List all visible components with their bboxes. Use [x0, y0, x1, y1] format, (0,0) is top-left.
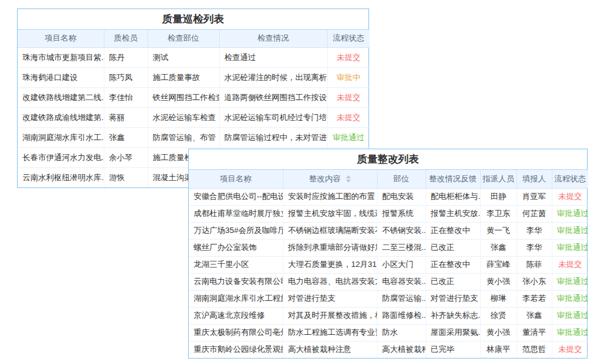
assignee-name: 黄一飞	[480, 222, 517, 239]
status-badge: 未提交	[552, 256, 588, 273]
reporter-name: 肖亚军	[517, 188, 552, 205]
table-row: 安徽合肥供电公司--配电设备... 安装时应按施工图的布置，将... 配电安装 …	[189, 188, 588, 205]
rect-col-reporter: 填报人	[517, 170, 552, 188]
rect-part: 小区大门	[377, 256, 426, 273]
rect-content: 对管进行垫支	[283, 290, 377, 307]
table-row: 湖南洞庭湖水库引水工... 张鑫 防腐管运输、布管 防腐管运输过程中，未对管进行…	[18, 127, 370, 147]
status-badge: 审批通过	[552, 239, 588, 256]
inspection-col-part: 检查部位	[148, 30, 219, 47]
status-badge: 未提交	[552, 341, 588, 358]
table-row: 改建铁路线增建第二线... 李佳怡 铁丝网围挡工作检查 道路两侧铁丝网围挡工作按…	[18, 87, 370, 107]
rect-feedback: 已完毕	[426, 341, 480, 358]
check-part: 测试	[148, 47, 219, 67]
status-badge: 审批通过	[327, 127, 370, 147]
assignee-name: 柳琳	[480, 290, 517, 307]
sort-icon[interactable]	[346, 175, 351, 183]
reporter-name: 李若若	[517, 290, 552, 307]
table-row: 龙湖三千里小区 大理石质量更换，12月31日之... 小区大门 正在整改中 薛宝…	[189, 256, 588, 273]
check-part: 铁丝网围挡工作检查	[148, 87, 219, 107]
status-badge: 审批通过	[552, 307, 588, 324]
inspection-table-title: 质量巡检列表	[18, 9, 368, 30]
rect-content: 电力电容器、电抗器安装方案...	[283, 273, 377, 290]
inspection-table-header: 项目名称 质检员 检查部位 检查情况 流程状态	[18, 30, 370, 47]
reporter-name: 陈菲	[517, 256, 552, 273]
rect-part: 防水	[377, 324, 426, 341]
table-row: 云南电力设备安装有限公司20... 电力电容器、电抗器安装方案... 电容器安装…	[189, 273, 588, 290]
status-badge: 审批中	[327, 67, 370, 87]
status-badge: 审批通过	[552, 205, 588, 222]
status-badge: 审批通过	[552, 290, 588, 307]
table-row: 重庆太极制药有限公司亳州中... 防水工程施工选调有专业资质... 防水 屋面采…	[189, 324, 588, 341]
rect-feedback: 配电柜柜体与...	[426, 188, 480, 205]
project-link[interactable]: 万达广场35#会所及咖啡厅空...	[189, 222, 283, 239]
inspector-name: 李佳怡	[104, 87, 148, 107]
project-link[interactable]: 改建铁路成渝线增建第...	[18, 107, 104, 127]
table-row: 珠海市城市更新项目紫... 陈丹 测试 检查通过 未提交	[18, 47, 370, 67]
reporter-name: 董清平	[517, 324, 552, 341]
inspector-name: 陈巧凤	[104, 67, 148, 87]
rect-part: 电容器安装...	[377, 273, 426, 290]
rect-col-status: 流程状态	[552, 170, 588, 188]
column-label: 整改内容	[309, 174, 341, 183]
header-row: 项目名称 质检员 检查部位 检查情况 流程状态	[18, 30, 370, 47]
assignee-name: 林康平	[480, 341, 517, 358]
table-row: 京沪高速北京段维修 对其及时开展整改措施，桥头... 路面维修检... 补齐缺失…	[189, 307, 588, 324]
status-badge: 审批通过	[552, 273, 588, 290]
status-badge: 未提交	[327, 47, 370, 67]
rect-feedback: 正在整改中	[426, 256, 480, 273]
project-link[interactable]: 重庆市鹅岭公园绿化景观提升...	[189, 341, 283, 358]
rect-col-assignee: 指派人员	[480, 170, 517, 188]
rect-content: 拆除到承重墙部分请做好加固...	[283, 239, 377, 256]
header-row: 项目名称 整改内容 部位 整改情况反馈 指派人员 填报人 流程状态	[189, 170, 588, 188]
project-link[interactable]: 珠海市城市更新项目紫...	[18, 47, 104, 67]
status-badge: 审批通过	[552, 324, 588, 341]
project-link[interactable]: 安徽合肥供电公司--配电设备...	[189, 188, 283, 205]
rectification-table-body: 安徽合肥供电公司--配电设备... 安装时应按施工图的布置，将... 配电安装 …	[189, 188, 588, 358]
project-link[interactable]: 重庆太极制药有限公司亳州中...	[189, 324, 283, 341]
project-link[interactable]: 龙湖三千里小区	[189, 256, 283, 273]
project-link[interactable]: 云南水利枢纽潜明水库...	[18, 167, 104, 187]
rect-part: 路面维修检...	[377, 307, 426, 324]
project-link[interactable]: 成都杜甫草堂临时展厅独立展...	[189, 205, 283, 222]
rect-part: 高大植被栽种	[377, 341, 426, 358]
rect-feedback: 已改正	[426, 239, 480, 256]
table-row: 湖南洞庭湖水库引水工程施工1... 对管进行垫支 防腐管运输... 对管进行垫支…	[189, 290, 588, 307]
inspector-name: 陈丹	[104, 47, 148, 67]
project-link[interactable]: 湖南洞庭湖水库引水工...	[18, 127, 104, 147]
project-link[interactable]: 云南电力设备安装有限公司20...	[189, 273, 283, 290]
rect-content: 不锈钢边框玻璃隔断安装不牢...	[283, 222, 377, 239]
inspection-col-project: 项目名称	[18, 30, 104, 47]
check-situation: 道路两侧铁丝网围挡工作按设计...	[219, 87, 327, 107]
check-part: 防腐管运输、布管	[148, 127, 219, 147]
inspector-name: 游恢	[104, 167, 148, 187]
rectification-table-header: 项目名称 整改内容 部位 整改情况反馈 指派人员 填报人 流程状态	[189, 170, 588, 188]
rectification-table-panel: 质量整改列表 项目名称 整改内容 部位 整改情况反馈 指派人员 填报人 流程状态	[188, 149, 588, 359]
rect-feedback: 屋面采用聚氨...	[426, 324, 480, 341]
inspector-name: 张鑫	[104, 127, 148, 147]
reporter-name: 何芷茵	[517, 205, 552, 222]
project-link[interactable]: 湖南洞庭湖水库引水工程施工1...	[189, 290, 283, 307]
reporter-name: 张鑫	[517, 307, 552, 324]
reporter-name: 张小东	[517, 273, 552, 290]
project-link[interactable]: 长春市伊通河水力发电...	[18, 147, 104, 167]
assignee-name: 黄小强	[480, 324, 517, 341]
project-link[interactable]: 螺丝厂办公室装饰	[189, 239, 283, 256]
project-link[interactable]: 京沪高速北京段维修	[189, 307, 283, 324]
assignee-name: 黄小强	[480, 273, 517, 290]
assignee-name: 张鑫	[480, 239, 517, 256]
status-badge: 未提交	[552, 188, 588, 205]
page: 质量巡检列表 项目名称 质检员 检查部位 检查情况 流程状态 珠海市城市更新项目…	[0, 0, 607, 364]
table-row: 重庆市鹅岭公园绿化景观提升... 高大植被栽种注意 高大植被栽种 已完毕 林康平…	[189, 341, 588, 358]
status-badge: 未提交	[327, 107, 370, 127]
rectification-table-title: 质量整改列表	[189, 149, 587, 170]
table-row: 成都杜甫草堂临时展厅独立展... 报警主机安放牢固，线缆连接... 报警系统 报…	[189, 205, 588, 222]
assignee-name: 田静	[480, 188, 517, 205]
rect-col-content[interactable]: 整改内容	[283, 170, 377, 188]
check-part: 施工质量事故	[148, 67, 219, 87]
inspector-name: 余小琴	[104, 147, 148, 167]
project-link[interactable]: 珠海鹤港口建设	[18, 67, 104, 87]
check-situation: 水泥砼运输车司机经过专门培训...	[219, 107, 327, 127]
reporter-name: 李华	[517, 222, 552, 239]
project-link[interactable]: 改建铁路线增建第二线...	[18, 87, 104, 107]
assignee-name: 薛宝峰	[480, 256, 517, 273]
